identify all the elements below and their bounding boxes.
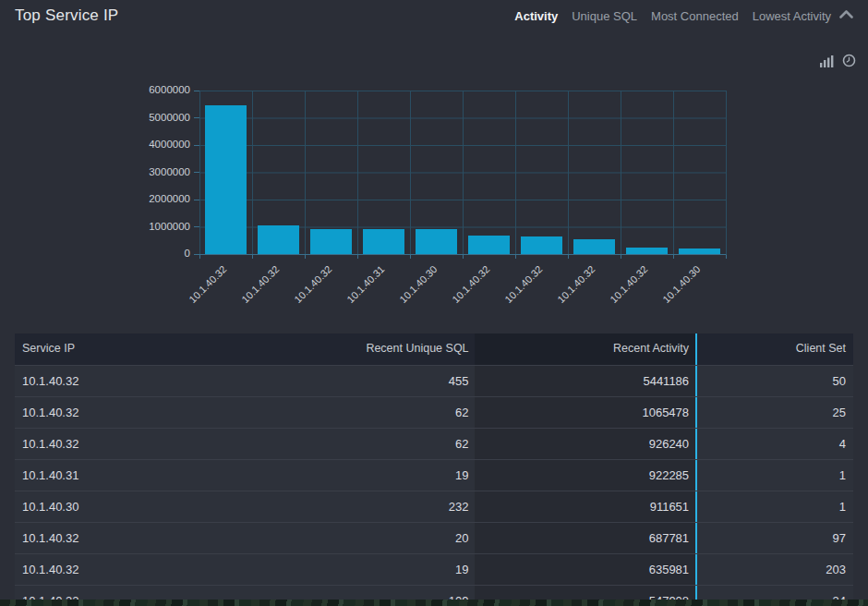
cell-recent-unique-sql: 455 (274, 366, 474, 396)
x-axis-tick-mark (252, 255, 253, 259)
x-axis-category-text: 10.1.40.32 (502, 263, 544, 305)
bar[interactable] (363, 229, 404, 254)
table-row[interactable]: 10.1.40.302329116511 (15, 491, 853, 522)
bar[interactable] (679, 248, 720, 254)
column-header-service-ip[interactable]: Service IP (15, 333, 274, 365)
cell-service-ip: 10.1.40.31 (15, 460, 274, 491)
x-axis-category-text: 10.1.40.32 (608, 263, 649, 305)
bar[interactable] (310, 229, 352, 254)
bar[interactable] (468, 236, 510, 254)
x-axis-tick-mark (357, 255, 358, 259)
bar[interactable] (626, 248, 668, 254)
cell-client-set: 4 (697, 429, 853, 459)
table-body: 10.1.40.3245554411865010.1.40.3262106547… (15, 365, 853, 606)
x-axis-category-text: 10.1.40.32 (239, 263, 281, 305)
table-row[interactable]: 10.1.40.31199222851 (15, 459, 853, 491)
y-axis-tick-mark (194, 200, 199, 200)
table-row[interactable]: 10.1.40.3262106547825 (15, 396, 853, 428)
y-axis-tick-label: 0 (116, 248, 190, 259)
x-axis-tick-mark (199, 255, 200, 259)
cell-service-ip: 10.1.40.32 (15, 523, 274, 553)
cell-recent-activity: 1065478 (475, 397, 698, 428)
y-axis-tick-mark (194, 226, 199, 227)
y-axis-tick-label: 5000000 (116, 112, 190, 123)
cell-service-ip: 10.1.40.32 (15, 366, 274, 396)
table-row[interactable]: 10.1.40.32629262404 (15, 428, 853, 459)
x-axis-tick-mark (410, 255, 411, 259)
x-axis-category-text: 10.1.40.31 (344, 263, 386, 305)
cell-service-ip: 10.1.40.32 (15, 554, 274, 585)
y-axis-tick-mark (194, 172, 199, 173)
cell-recent-activity: 635981 (475, 554, 698, 585)
y-axis-tick-mark (194, 145, 199, 146)
cell-client-set: 1 (697, 491, 853, 522)
cell-client-set: 50 (697, 366, 853, 396)
cell-recent-unique-sql: 62 (274, 429, 474, 459)
cell-recent-activity: 687781 (475, 523, 698, 553)
x-axis-tick-mark (515, 255, 516, 259)
y-axis-tick-label: 6000000 (116, 84, 190, 95)
cell-recent-activity: 5441186 (475, 366, 698, 396)
x-axis-tick-mark (463, 255, 464, 259)
table-header-row: Service IPRecent Unique SQLRecent Activi… (15, 333, 853, 365)
chart-plot-area (199, 91, 727, 255)
cell-recent-unique-sql: 62 (274, 397, 474, 428)
top-service-ip-panel: Top Service IP ActivityUnique SQLMost Co… (0, 0, 868, 606)
cell-recent-unique-sql: 20 (274, 523, 474, 553)
service-ip-table: Service IPRecent Unique SQLRecent Activi… (15, 333, 853, 606)
x-axis-tick-mark (726, 255, 727, 259)
cell-recent-activity: 926240 (475, 429, 698, 459)
column-header-recent-unique-sql[interactable]: Recent Unique SQL (274, 333, 474, 365)
bar[interactable] (205, 105, 247, 254)
cell-client-set: 97 (697, 523, 853, 553)
cell-recent-activity: 911651 (475, 491, 698, 522)
cell-recent-unique-sql: 19 (274, 460, 474, 491)
x-axis-category-text: 10.1.40.32 (450, 263, 491, 305)
table-row[interactable]: 10.1.40.3219635981203 (15, 553, 853, 585)
y-axis-tick-label: 1000000 (116, 221, 190, 232)
table-row[interactable]: 10.1.40.322068778197 (15, 522, 853, 553)
cell-client-set: 1 (697, 460, 853, 491)
cell-client-set: 25 (697, 397, 853, 428)
x-axis-category-text: 10.1.40.32 (555, 263, 597, 305)
x-axis-category-text: 10.1.40.30 (397, 263, 439, 305)
cell-recent-unique-sql: 19 (274, 554, 474, 585)
cell-recent-unique-sql: 232 (274, 491, 474, 522)
column-header-recent-activity[interactable]: Recent Activity (475, 333, 698, 365)
table-row[interactable]: 10.1.40.32455544118650 (15, 365, 853, 396)
y-axis-tick-mark (194, 117, 199, 118)
bar[interactable] (416, 229, 457, 254)
cell-recent-activity: 922285 (475, 460, 698, 491)
cell-client-set: 203 (697, 554, 853, 585)
x-axis-category-text: 10.1.40.30 (660, 263, 702, 305)
cell-service-ip: 10.1.40.32 (15, 429, 274, 459)
x-axis-tick-mark (673, 255, 674, 259)
bar[interactable] (258, 225, 299, 254)
desktop-background-strip (0, 600, 868, 606)
bar[interactable] (521, 236, 562, 254)
x-axis-category-text: 10.1.40.32 (187, 263, 228, 305)
y-axis-tick-mark (194, 91, 199, 91)
cell-service-ip: 10.1.40.32 (15, 397, 274, 428)
x-axis-tick-mark (621, 255, 621, 259)
y-axis-tick-label: 2000000 (116, 193, 190, 204)
bar[interactable] (573, 239, 615, 254)
cell-service-ip: 10.1.40.30 (15, 491, 274, 522)
y-axis-tick-label: 4000000 (116, 139, 190, 150)
y-axis-tick-label: 3000000 (116, 166, 190, 177)
column-header-client-set[interactable]: Client Set (697, 333, 853, 365)
x-axis-tick-mark (568, 255, 569, 259)
x-axis-tick-mark (305, 255, 306, 259)
x-axis-category-text: 10.1.40.32 (292, 263, 333, 305)
